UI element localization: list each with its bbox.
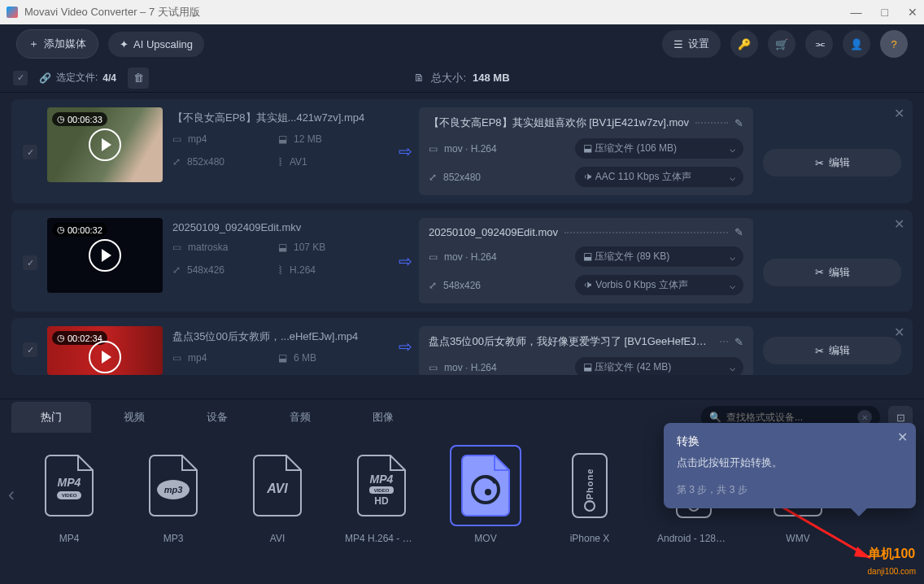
disk-icon: ⬓ xyxy=(278,352,287,364)
cart-icon: 🛒 xyxy=(775,38,788,50)
plus-icon: ＋ xyxy=(28,37,39,51)
selection-label: 选定文件: xyxy=(56,71,98,85)
format-iphone[interactable]: iPhone iPhone X xyxy=(553,445,626,544)
search-button[interactable]: 🔑 xyxy=(730,30,758,58)
minimize-button[interactable]: — xyxy=(851,6,862,19)
share-icon: ⫘ xyxy=(814,38,825,50)
thumbnail[interactable]: ◷00:06:33 xyxy=(47,107,163,182)
maximize-button[interactable]: □ xyxy=(882,6,888,19)
file-checkbox[interactable]: ✓ xyxy=(23,145,37,159)
output-filename: 【不良女高EP8】其实姐姐喜欢你 [BV1jE421w7zv].mov xyxy=(429,115,689,130)
edit-button[interactable]: ✂编辑 xyxy=(763,149,901,177)
format-mp3[interactable]: mp3 MP3 xyxy=(137,445,210,544)
user-icon: 👤 xyxy=(850,38,863,50)
remove-file-button[interactable]: ✕ xyxy=(894,216,904,232)
file-card: ✕ ✓ ◷00:02:34 盘点35位00后女教师，...eHefEJw].mp… xyxy=(11,318,913,375)
disk-icon: ⬓ xyxy=(278,242,287,253)
container-icon: ▭ xyxy=(172,133,181,145)
film-icon: ▭ xyxy=(429,362,438,373)
add-media-button[interactable]: ＋ 添加媒体 xyxy=(16,29,98,59)
format-avi[interactable]: AVI AVI xyxy=(241,445,314,544)
svg-text:VIDEO: VIDEO xyxy=(374,488,390,493)
window-title: Movavi Video Converter – 7 天试用版 xyxy=(24,5,200,20)
source-filename: 盘点35位00后女教师，...eHefEJw].mp4 xyxy=(172,329,392,344)
sliders-icon: ☰ xyxy=(673,38,683,50)
ai-icon: ✦ xyxy=(120,38,129,50)
scissors-icon: ✂ xyxy=(815,266,824,278)
settings-button[interactable]: ☰ 设置 xyxy=(662,30,721,58)
svg-text:VIDEO: VIDEO xyxy=(62,493,77,498)
total-size-label: 总大小: xyxy=(431,71,466,85)
arrow-right-icon: ⇨ xyxy=(399,251,412,271)
tab-hot[interactable]: 热门 xyxy=(11,402,91,433)
resize-icon: ⤢ xyxy=(429,280,437,291)
codec-icon: ⦚ xyxy=(278,264,283,276)
edit-button[interactable]: ✂编辑 xyxy=(763,259,901,286)
tooltip-title: 转换 xyxy=(677,434,903,449)
thumbnail[interactable]: ◷00:02:34 xyxy=(47,326,163,375)
film-icon: ▭ xyxy=(429,143,438,155)
qr-icon: ⊡ xyxy=(896,412,905,424)
format-mp4[interactable]: MP4VIDEO MP4 xyxy=(33,445,106,544)
rename-button[interactable]: ✎ xyxy=(734,336,743,348)
output-settings: 【不良女高EP8】其实姐姐喜欢你 [BV1jE421w7zv].mov ✎ ▭m… xyxy=(419,107,753,195)
audio-dropdown[interactable]: 🕩 AAC 110 Kbps 立体声⌵ xyxy=(575,167,743,187)
search-input[interactable] xyxy=(726,412,852,423)
compression-dropdown[interactable]: ⬓ 压缩文件 (89 KB)⌵ xyxy=(575,246,743,267)
tab-device[interactable]: 设备 xyxy=(177,402,257,433)
titlebar: Movavi Video Converter – 7 天试用版 — □ ✕ xyxy=(0,0,924,24)
play-icon[interactable] xyxy=(89,239,121,272)
account-button[interactable]: 👤 xyxy=(843,30,870,58)
file-checkbox[interactable]: ✓ xyxy=(23,255,37,270)
ai-upscaling-button[interactable]: ✦ AI Upscaling xyxy=(108,32,204,57)
file-card: ✕ ✓ ◷00:06:33 【不良女高EP8】其实姐...421w7zv].mp… xyxy=(11,99,913,203)
source-filename: 20250109_092409Edit.mkv xyxy=(172,221,392,233)
main-toolbar: ＋ 添加媒体 ✦ AI Upscaling ☰ 设置 🔑 🛒 ⫘ 👤 ? xyxy=(0,24,924,63)
tutorial-tooltip: ✕ 转换 点击此按钮开始转换。 第 3 步，共 3 步 xyxy=(664,423,916,508)
select-all-checkbox[interactable]: ✓ xyxy=(13,71,28,85)
cart-button[interactable]: 🛒 xyxy=(768,30,795,58)
trash-icon: 🗑 xyxy=(133,72,144,84)
svg-text:AVI: AVI xyxy=(266,482,288,495)
codec-icon: ⦚ xyxy=(278,156,283,168)
scissors-icon: ✂ xyxy=(815,345,824,357)
app-logo-icon xyxy=(7,7,18,18)
svg-point-11 xyxy=(485,489,491,495)
arrow-right-icon: ⇨ xyxy=(399,337,412,356)
svg-text:MP4: MP4 xyxy=(370,473,394,486)
compression-dropdown[interactable]: ⬓ 压缩文件 (106 MB)⌵ xyxy=(575,138,743,159)
play-icon[interactable] xyxy=(89,341,121,373)
delete-selected-button[interactable]: 🗑 xyxy=(128,68,149,89)
file-card: ✕ ✓ ◷00:00:32 20250109_092409Edit.mkv ▭m… xyxy=(11,210,913,312)
format-mp4-hd[interactable]: MP4VIDEOHD MP4 H.264 - HD 7... xyxy=(345,445,418,544)
clock-icon: ◷ xyxy=(57,114,65,124)
play-icon[interactable] xyxy=(89,129,121,161)
compression-dropdown[interactable]: ⬓ 压缩文件 (42 MB)⌵ xyxy=(575,357,743,375)
thumbnail[interactable]: ◷00:00:32 xyxy=(47,218,163,293)
rename-button[interactable]: ✎ xyxy=(734,226,743,238)
file-checkbox[interactable]: ✓ xyxy=(23,342,37,357)
remove-file-button[interactable]: ✕ xyxy=(894,325,904,340)
search-icon: 🔍 xyxy=(709,412,721,423)
scroll-left-button[interactable]: ‹ xyxy=(8,483,15,506)
compress-icon: ⬓ xyxy=(583,142,595,154)
tab-image[interactable]: 图像 xyxy=(343,402,423,433)
chevron-down-icon: ⌵ xyxy=(730,280,735,291)
tooltip-text: 点击此按钮开始转换。 xyxy=(677,455,903,470)
key-icon: 🔑 xyxy=(738,38,751,50)
help-button[interactable]: ? xyxy=(880,30,908,58)
format-mov[interactable]: MOV xyxy=(449,445,522,544)
audio-dropdown[interactable]: 🕩 Vorbis 0 Kbps 立体声⌵ xyxy=(575,275,743,295)
remove-file-button[interactable]: ✕ xyxy=(894,106,904,121)
chevron-down-icon: ⌵ xyxy=(730,143,735,155)
edit-button[interactable]: ✂编辑 xyxy=(763,337,901,364)
resize-icon: ⤢ xyxy=(172,156,181,168)
close-button[interactable]: ✕ xyxy=(908,6,917,19)
rename-button[interactable]: ✎ xyxy=(734,117,743,129)
share-button[interactable]: ⫘ xyxy=(805,30,833,58)
tab-audio[interactable]: 音频 xyxy=(260,402,340,433)
tooltip-close-button[interactable]: ✕ xyxy=(897,429,908,445)
tab-video[interactable]: 视频 xyxy=(94,402,174,433)
speaker-icon: 🕩 xyxy=(583,279,595,290)
file-icon: 🗎 xyxy=(414,72,425,84)
